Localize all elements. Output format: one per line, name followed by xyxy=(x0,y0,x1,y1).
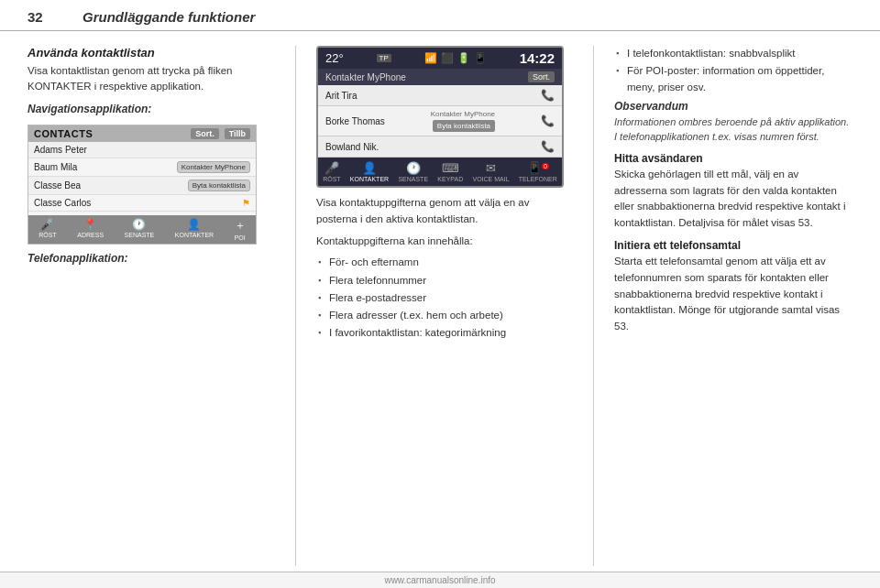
contacts-header-bar: CONTACTS Sort. Tillb xyxy=(28,125,256,142)
page-title: Grundläggande funktioner xyxy=(82,9,255,25)
col-divider-right xyxy=(593,46,594,566)
initiera-body: Starta ett telefonsamtal genom att välja… xyxy=(614,254,852,335)
bottom-bar-label: ADRESS xyxy=(77,232,104,238)
car-contact-name: Borke Thomas xyxy=(325,116,385,126)
car-contact-list: Arit Tira 📞 Borke Thomas Kontakter MyPho… xyxy=(318,85,562,158)
contact-name: Classe Bea xyxy=(34,180,182,191)
temperature: 22° xyxy=(325,51,344,65)
left-column: Använda kontaktlistan Visa kontaktlistan… xyxy=(28,46,275,566)
bottom-bar-item-senaste[interactable]: 🕐 SENASTE xyxy=(125,218,155,241)
car-contacts-title: Kontakter MyPhone xyxy=(325,72,406,82)
nav-app-label: Navigationsapplikation: xyxy=(28,103,275,115)
list-item: För POI-poster: information om öppettide… xyxy=(614,63,852,95)
list-item: Flera telefonnummer xyxy=(316,273,573,289)
car-contacts-icon: 👤 xyxy=(362,161,377,175)
bottom-bar-label: SENASTE xyxy=(125,232,155,238)
phone-icon: 📱 xyxy=(474,52,487,64)
car-bottom-telefoner[interactable]: 📱0 TELEFONER xyxy=(519,161,557,182)
contacts-title: CONTACTS xyxy=(34,128,93,139)
car-bottom-kontakter[interactable]: 👤 KONTAKTER xyxy=(350,161,389,182)
bottom-bar-label: POI xyxy=(235,234,246,241)
car-bottom-rost[interactable]: 🎤 RÖST xyxy=(323,161,340,182)
car-myphone-badge: Kontakter MyPhone xyxy=(431,110,495,118)
clock-icon: 🕐 xyxy=(132,218,146,231)
list-item: I telefonkontaktlistan: snabbvalsplikt xyxy=(614,46,852,61)
car-sort-button[interactable]: Sort. xyxy=(528,71,555,82)
car-badge: 0 xyxy=(542,163,549,169)
car-bottom-keypad[interactable]: ⌨ KEYPAD xyxy=(437,161,463,182)
list-item: Flera e-postadresser xyxy=(316,290,573,306)
car-bottom-label: RÖST xyxy=(323,176,340,182)
car-list-item: Borke Thomas Kontakter MyPhone Byta kont… xyxy=(318,106,562,136)
col-divider-left xyxy=(295,46,296,566)
clock-display: 14:22 xyxy=(520,50,555,66)
car-bottom-label: TELEFONER xyxy=(519,176,557,182)
car-list-item: Bowland Nik. 📞 xyxy=(318,136,562,158)
right-column: I telefonkontaktlistan: snabbvalsplikt F… xyxy=(614,46,852,566)
middle-column: 22° TP 📶 ⬛ 🔋 📱 14:22 Kontakter MyPhone S… xyxy=(316,46,573,566)
list-item: Classe Carlos ⚑ xyxy=(28,195,256,212)
page: 32 Grundläggande funktioner Använda kont… xyxy=(0,0,880,588)
page-header: 32 Grundläggande funktioner xyxy=(0,0,880,31)
car-byta-button[interactable]: Byta kontaktlista xyxy=(433,120,495,132)
right-top-list: I telefonkontaktlistan: snabbvalsplikt F… xyxy=(614,46,852,95)
footnote-text: www.carmanualsonline.info xyxy=(384,575,495,585)
contact-name: Baum Mila xyxy=(34,162,171,172)
list-item: Flera adresser (t.ex. hem och arbete) xyxy=(316,308,573,323)
list-item: Adams Peter xyxy=(28,142,256,158)
battery-icon: 🔋 xyxy=(457,52,470,64)
bottom-bar-item-adress[interactable]: 📍 ADRESS xyxy=(77,218,104,241)
contacts-list: Adams Peter Baum Mila Kontakter MyPhone … xyxy=(28,142,256,215)
tp-badge: TP xyxy=(377,54,391,62)
car-bottom-voicemail[interactable]: ✉ VOICE MAIL xyxy=(472,161,509,182)
myphone-badge: Kontakter MyPhone xyxy=(177,161,250,173)
mic-icon: 🎤 xyxy=(40,218,54,231)
list-item: I favorikontaktlistan: kategorimärkning xyxy=(316,325,573,341)
location-icon: 📍 xyxy=(83,218,97,231)
sort-button[interactable]: Sort. xyxy=(191,128,219,139)
car-contact-name: Bowland Nik. xyxy=(325,142,379,152)
car-list-item: Arit Tira 📞 xyxy=(318,85,562,106)
contact-name: Adams Peter xyxy=(34,145,250,155)
bottom-bar-item-kontakter[interactable]: 👤 KONTAKTER xyxy=(175,218,214,241)
observandum-text: Informationen ombres beroende på aktiv a… xyxy=(614,114,852,145)
observandum-heading: Observandum xyxy=(614,100,852,113)
contacts-header-right: Sort. Tillb xyxy=(191,128,250,139)
tillb-button[interactable]: Tillb xyxy=(225,128,250,139)
list-item: För- och efternamn xyxy=(316,255,573,270)
nav-app-screenshot: CONTACTS Sort. Tillb Adams Peter Baum Mi… xyxy=(28,125,257,245)
middle-sub-caption: Kontaktuppgifterna kan innehålla: xyxy=(316,234,573,250)
car-phone2-icon: 📱0 xyxy=(527,161,549,175)
car-myphone-info: Kontakter MyPhone Byta kontaktlista xyxy=(431,110,495,132)
list-item: Baum Mila Kontakter MyPhone xyxy=(28,158,256,177)
car-contacts-header: Kontakter MyPhone Sort. xyxy=(318,69,562,85)
nav-bottom-bar: 🎤 RÖST 📍 ADRESS 🕐 SENASTE 👤 KONTAKTER xyxy=(28,215,256,244)
status-icons: 📶 ⬛ 🔋 📱 xyxy=(424,52,487,64)
bottom-bar-item-poi[interactable]: ＋ POI xyxy=(235,218,246,241)
car-bottom-senaste[interactable]: 🕐 SENASTE xyxy=(398,161,428,182)
car-display-screenshot: 22° TP 📶 ⬛ 🔋 📱 14:22 Kontakter MyPhone S… xyxy=(316,46,564,188)
car-phone-icon: 📞 xyxy=(541,140,555,153)
middle-caption: Visa kontaktuppgifterna genom att välja … xyxy=(316,195,573,228)
contact-name: Classe Carlos xyxy=(34,198,242,208)
initiera-heading: Initiera ett telefonsamtal xyxy=(614,239,852,252)
bottom-bar-item-rost[interactable]: 🎤 RÖST xyxy=(38,218,56,241)
byta-label[interactable]: Byta kontaktlista xyxy=(188,180,250,191)
contacts-icon: 👤 xyxy=(187,218,201,231)
list-item: Classe Bea Byta kontaktlista xyxy=(28,177,256,195)
bluetooth-icon: ⬛ xyxy=(441,52,454,64)
car-bottom-label: KEYPAD xyxy=(437,176,463,182)
car-bottom-bar: 🎤 RÖST 👤 KONTAKTER 🕐 SENASTE ⌨ KEYPAD xyxy=(318,158,562,186)
bottom-bar-label: KONTAKTER xyxy=(175,232,214,238)
car-bottom-label: KONTAKTER xyxy=(350,176,389,182)
car-phone-icon: 📞 xyxy=(541,89,555,102)
car-bottom-label: VOICE MAIL xyxy=(472,176,509,182)
car-mail-icon: ✉ xyxy=(486,161,496,175)
phone-app-label: Telefonapplikation: xyxy=(28,252,275,265)
car-mic-icon: 🎤 xyxy=(324,161,339,175)
hitta-heading: Hitta avsändaren xyxy=(614,152,852,165)
car-phone-icon: 📞 xyxy=(541,114,555,127)
section-heading-contacts: Använda kontaktlistan xyxy=(28,46,275,60)
car-topbar: 22° TP 📶 ⬛ 🔋 📱 14:22 xyxy=(318,48,562,69)
page-number: 32 xyxy=(28,9,55,25)
